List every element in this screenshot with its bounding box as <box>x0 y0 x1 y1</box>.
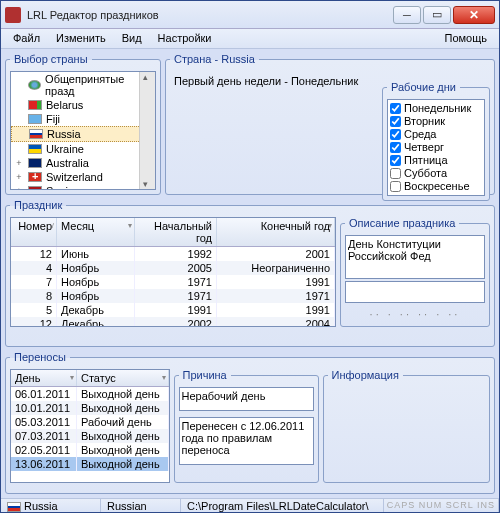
workday-checkbox[interactable] <box>390 181 401 192</box>
workday-label: Воскресенье <box>404 180 470 193</box>
carry-group: Переносы День▾ Статус▾ 06.01.2011Выходно… <box>5 351 495 494</box>
table-row[interactable]: 07.03.2011Выходной день <box>11 429 169 443</box>
holiday-grid[interactable]: Номер/ Месяц▾ Начальный год Конечный год… <box>10 217 336 327</box>
description-extra[interactable] <box>345 281 485 303</box>
country-label: Fiji <box>46 113 60 125</box>
workday-item: Вторник <box>390 115 482 128</box>
table-row[interactable]: 13.06.2011Выходной день <box>11 457 169 471</box>
expand-icon[interactable] <box>14 144 24 154</box>
country-label: Belarus <box>46 99 83 111</box>
table-row[interactable]: 4Ноябрь2005Неограниченно <box>11 261 335 275</box>
reason-text[interactable]: Нерабочий день <box>179 387 314 411</box>
window-title: LRL Редактор праздников <box>27 9 393 21</box>
col-end[interactable]: Конечный год▾ <box>217 218 335 246</box>
expand-icon[interactable]: + <box>14 158 24 168</box>
flag-icon <box>7 502 21 512</box>
workday-item: Воскресенье <box>390 180 482 193</box>
country-label: Russia <box>47 128 81 140</box>
status-country: Russia <box>1 499 101 513</box>
workday-label: Суббота <box>404 167 447 180</box>
flag-icon <box>28 80 42 90</box>
country-item[interactable]: Общепринятые празд <box>11 72 155 98</box>
country-label: Spain <box>46 185 74 190</box>
country-label: Общепринятые празд <box>45 73 152 97</box>
workday-label: Понедельник <box>404 102 471 115</box>
menu-file[interactable]: Файл <box>5 29 48 48</box>
scrollbar[interactable] <box>139 72 155 189</box>
workday-checkbox[interactable] <box>390 129 401 140</box>
menu-edit[interactable]: Изменить <box>48 29 114 48</box>
record-nav[interactable]: ·· · ·· ·· · ·· <box>345 308 485 320</box>
expand-icon[interactable]: + <box>14 186 24 190</box>
holiday-legend: Праздник <box>10 199 66 211</box>
description-legend: Описание праздника <box>345 217 459 229</box>
country-item[interactable]: Ukraine <box>11 142 155 156</box>
minimize-button[interactable]: ─ <box>393 6 421 24</box>
table-row[interactable]: 02.05.2011Выходной день <box>11 443 169 457</box>
country-item[interactable]: Fiji <box>11 112 155 126</box>
workday-item: Суббота <box>390 167 482 180</box>
country-item[interactable]: +Spain <box>11 184 155 190</box>
col-start[interactable]: Начальный год <box>135 218 217 246</box>
app-icon <box>5 7 21 23</box>
col-status[interactable]: Статус▾ <box>77 370 169 386</box>
expand-icon[interactable]: + <box>14 172 24 182</box>
table-row[interactable]: 10.01.2011Выходной день <box>11 401 169 415</box>
workday-label: Четверг <box>404 141 444 154</box>
col-day[interactable]: День▾ <box>11 370 77 386</box>
table-row[interactable]: 7Ноябрь19711991 <box>11 275 335 289</box>
table-row[interactable]: 5Декабрь19911991 <box>11 303 335 317</box>
flag-icon <box>28 144 42 154</box>
workday-checkbox[interactable] <box>390 155 401 166</box>
country-label: Australia <box>46 157 89 169</box>
description-group: Описание праздника День Конституции Росс… <box>340 217 490 327</box>
table-row[interactable]: 12Декабрь20022004 <box>11 317 335 326</box>
status-path: C:\Program Files\LRLDateCalculator\ <box>181 499 384 513</box>
col-number[interactable]: Номер/ <box>11 218 57 246</box>
flag-icon <box>28 114 42 124</box>
table-row[interactable]: 06.01.2011Выходной день <box>11 387 169 401</box>
country-list[interactable]: Общепринятые празд Belarus Fiji Russia U… <box>10 71 156 190</box>
expand-icon[interactable] <box>14 114 24 124</box>
country-label: Ukraine <box>46 143 84 155</box>
workday-checkbox[interactable] <box>390 168 401 179</box>
reason-note: Перенесен с 12.06.2011 года по правилам … <box>179 417 314 465</box>
menu-settings[interactable]: Настройки <box>150 29 220 48</box>
table-row[interactable]: 12Июнь19922001 <box>11 247 335 261</box>
workday-label: Пятница <box>404 154 448 167</box>
description-text[interactable]: День Конституции Российской Фед <box>345 235 485 279</box>
menubar: Файл Изменить Вид Настройки Помощь <box>1 29 499 49</box>
info-group: Информация <box>323 369 491 483</box>
reason-group: Причина Нерабочий день Перенесен с 12.06… <box>174 369 319 483</box>
expand-icon[interactable] <box>14 80 24 90</box>
country-select-group: Выбор страны Общепринятые празд Belarus … <box>5 53 161 195</box>
holiday-group: Праздник Номер/ Месяц▾ Начальный год Кон… <box>5 199 495 347</box>
country-item[interactable]: +Switzerland <box>11 170 155 184</box>
workday-item: Четверг <box>390 141 482 154</box>
country-item[interactable]: Russia <box>11 126 155 142</box>
country-info-group: Страна - Russia Первый день недели - Пон… <box>165 53 495 195</box>
carry-legend: Переносы <box>10 351 70 363</box>
menu-view[interactable]: Вид <box>114 29 150 48</box>
country-item[interactable]: Belarus <box>11 98 155 112</box>
col-month[interactable]: Месяц▾ <box>57 218 135 246</box>
expand-icon[interactable] <box>15 129 25 139</box>
menu-help[interactable]: Помощь <box>437 29 496 48</box>
country-item[interactable]: +Australia <box>11 156 155 170</box>
workday-checkbox[interactable] <box>390 116 401 127</box>
table-row[interactable]: 05.03.2011Рабочий день <box>11 415 169 429</box>
workdays-legend: Рабочие дни <box>387 81 460 93</box>
flag-icon <box>28 172 42 182</box>
carry-grid[interactable]: День▾ Статус▾ 06.01.2011Выходной день10.… <box>10 369 170 483</box>
status-indicators: CAPS NUM SCRL INS <box>384 499 499 513</box>
workday-item: Среда <box>390 128 482 141</box>
table-row[interactable]: 8Ноябрь19711971 <box>11 289 335 303</box>
workdays-group: Рабочие дни ПонедельникВторникСредаЧетве… <box>382 81 490 201</box>
workday-checkbox[interactable] <box>390 103 401 114</box>
close-button[interactable]: ✕ <box>453 6 495 24</box>
workday-checkbox[interactable] <box>390 142 401 153</box>
maximize-button[interactable]: ▭ <box>423 6 451 24</box>
flag-icon <box>28 100 42 110</box>
expand-icon[interactable] <box>14 100 24 110</box>
workdays-list: ПонедельникВторникСредаЧетвергПятницаСуб… <box>387 99 485 196</box>
